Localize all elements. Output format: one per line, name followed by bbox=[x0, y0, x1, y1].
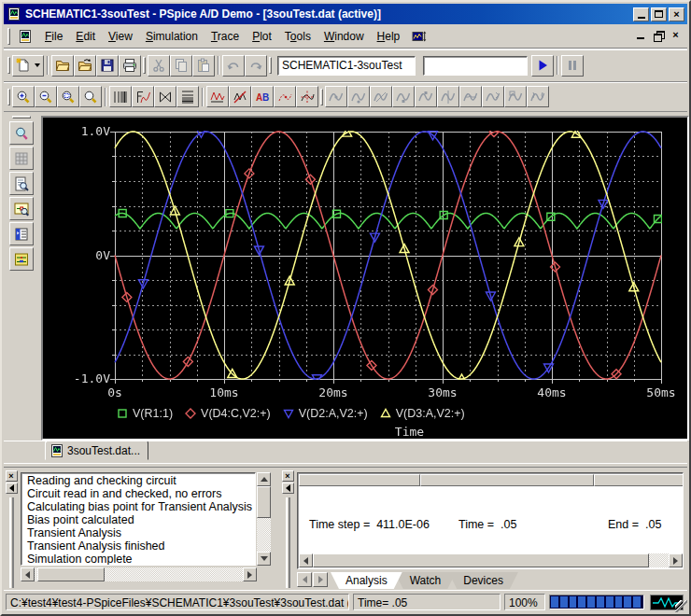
view-output-file-button[interactable] bbox=[9, 172, 34, 195]
view-schematic-button[interactable] bbox=[9, 197, 34, 220]
status-collapse-button[interactable] bbox=[282, 483, 294, 494]
document-tab[interactable]: 3souTest.dat... bbox=[45, 441, 148, 460]
scroll-left-button[interactable] bbox=[299, 553, 313, 567]
output-collapse-button[interactable] bbox=[6, 483, 18, 494]
menu-edit[interactable]: Edit bbox=[69, 27, 102, 46]
scroll-right-button[interactable] bbox=[669, 553, 683, 567]
window-arrange-icon[interactable] bbox=[409, 27, 430, 46]
toolbar-separator bbox=[47, 56, 49, 75]
message-line[interactable]: Bias point calculated bbox=[27, 513, 255, 526]
scroll-track[interactable] bbox=[649, 553, 669, 567]
toolbar-grip[interactable] bbox=[269, 57, 272, 74]
menu-tools[interactable]: Tools bbox=[278, 27, 317, 46]
message-line[interactable]: Circuit read in and checked, no errors bbox=[27, 487, 255, 500]
log-y-axis-button[interactable] bbox=[176, 86, 199, 107]
tab-devices[interactable]: Devices bbox=[448, 572, 518, 589]
output-panel-grip[interactable] bbox=[9, 497, 14, 588]
mdi-minimize-button[interactable] bbox=[632, 28, 648, 41]
performance-analysis-button[interactable] bbox=[154, 86, 176, 107]
progress-segment bbox=[551, 596, 558, 608]
legend-item[interactable]: V(D2:A,V2:+) bbox=[283, 407, 368, 420]
zoom-out-button[interactable] bbox=[35, 86, 57, 107]
title-bar[interactable]: SCHEMATIC1-3souTest - PSpice A/D Demo - … bbox=[4, 4, 687, 24]
menu-view[interactable]: View bbox=[102, 27, 139, 46]
open-file-button[interactable] bbox=[51, 55, 74, 77]
status-close-button[interactable]: × bbox=[282, 470, 294, 482]
message-line[interactable]: Transient Analysis finished bbox=[27, 539, 255, 553]
add-trace-button[interactable] bbox=[206, 86, 229, 107]
message-line[interactable]: Transient Analysis bbox=[27, 526, 255, 539]
tab-analysis[interactable]: Analysis bbox=[331, 572, 402, 589]
column-header[interactable] bbox=[594, 474, 684, 486]
menu-file[interactable]: File bbox=[38, 27, 69, 46]
dock-splitter[interactable] bbox=[4, 463, 687, 468]
resize-grip[interactable] bbox=[675, 600, 687, 612]
scroll-left-button[interactable] bbox=[21, 567, 35, 581]
simulation-message-list[interactable]: Reading and checking circuitCircuit read… bbox=[21, 472, 256, 566]
simulation-profile-combo[interactable] bbox=[277, 56, 416, 76]
new-simulation-button[interactable] bbox=[12, 55, 44, 77]
close-button[interactable]: × bbox=[669, 7, 684, 21]
tabs-scroll-left-button[interactable] bbox=[297, 572, 312, 587]
scroll-thumb[interactable] bbox=[37, 567, 105, 581]
output-vertical-scrollbar[interactable] bbox=[257, 472, 272, 566]
evaluate-goal-function-button[interactable] bbox=[229, 86, 251, 107]
minimize-button[interactable] bbox=[633, 7, 649, 21]
log-x-axis-button[interactable] bbox=[109, 86, 132, 107]
zoom-fit-button[interactable] bbox=[79, 86, 102, 107]
menu-help[interactable]: Help bbox=[371, 27, 407, 46]
view-circuit-button[interactable] bbox=[9, 247, 34, 271]
column-header[interactable] bbox=[420, 474, 594, 486]
print-button[interactable] bbox=[119, 55, 141, 77]
text-label-button[interactable]: AB bbox=[251, 86, 274, 107]
toolbar-grip[interactable] bbox=[7, 57, 10, 74]
message-line[interactable]: Calculating bias point for Transient Ana… bbox=[27, 500, 255, 513]
mark-data-points-button[interactable] bbox=[274, 86, 296, 107]
mdi-minimize-icon bbox=[637, 37, 644, 39]
maximize-button[interactable] bbox=[651, 7, 667, 21]
scroll-thumb[interactable] bbox=[313, 553, 649, 567]
menubar-grip[interactable] bbox=[7, 28, 10, 45]
message-line[interactable]: Simulation complete bbox=[27, 553, 255, 566]
scroll-down-button[interactable] bbox=[257, 552, 271, 566]
toolbar-grip[interactable] bbox=[320, 89, 323, 105]
append-file-button[interactable] bbox=[74, 55, 96, 77]
save-file-button[interactable] bbox=[96, 55, 119, 77]
column-header[interactable] bbox=[299, 474, 420, 486]
toggle-cursor-button[interactable] bbox=[296, 86, 318, 107]
menu-trace[interactable]: Trace bbox=[204, 27, 246, 46]
pause-simulation-button[interactable] bbox=[561, 55, 584, 77]
zoom-in-button[interactable] bbox=[12, 86, 35, 107]
legend-item[interactable]: V(D4:C,V2:+) bbox=[185, 407, 271, 420]
menu-window[interactable]: Window bbox=[317, 27, 371, 46]
tab-watch[interactable]: Watch bbox=[395, 572, 457, 589]
toolbar-grip[interactable] bbox=[143, 57, 146, 74]
status-horizontal-scrollbar[interactable] bbox=[299, 553, 683, 567]
toolbar-grip[interactable] bbox=[7, 89, 10, 105]
fourier-button[interactable] bbox=[132, 86, 154, 107]
dropdown-arrow-icon[interactable] bbox=[35, 63, 40, 67]
menu-plot[interactable]: Plot bbox=[246, 27, 278, 46]
document-icon[interactable] bbox=[15, 27, 35, 46]
view-probe-cursor-button[interactable] bbox=[9, 121, 34, 145]
mdi-restore-button[interactable] bbox=[650, 28, 666, 41]
cursor-trough-button bbox=[347, 86, 370, 107]
message-line[interactable]: Reading and checking circuit bbox=[27, 474, 255, 487]
scroll-up-button[interactable] bbox=[257, 472, 271, 486]
tabs-scroll-right-button[interactable] bbox=[313, 572, 328, 587]
output-horizontal-scrollbar[interactable] bbox=[21, 567, 257, 581]
plot-area: 1.0V0V-1.0V 0s10ms20ms30ms40ms50ms V(R1:… bbox=[43, 118, 687, 439]
status-panel-grip[interactable] bbox=[286, 497, 290, 588]
scroll-thumb[interactable] bbox=[257, 486, 271, 518]
output-close-button[interactable]: × bbox=[6, 470, 18, 482]
legend-item[interactable]: V(R1:1) bbox=[117, 407, 173, 420]
zoom-area-button[interactable] bbox=[57, 86, 79, 107]
run-simulation-button[interactable] bbox=[531, 55, 554, 77]
view-simulation-queue-button[interactable] bbox=[9, 222, 34, 245]
mdi-close-button[interactable]: × bbox=[668, 28, 684, 41]
view-toolbar-grip[interactable] bbox=[12, 116, 31, 119]
simulation-status-combo[interactable] bbox=[423, 56, 528, 76]
legend-item[interactable]: V(D3:A,V2:+) bbox=[380, 407, 465, 420]
scroll-right-button[interactable] bbox=[243, 567, 257, 581]
menu-simulation[interactable]: Simulation bbox=[139, 27, 204, 46]
